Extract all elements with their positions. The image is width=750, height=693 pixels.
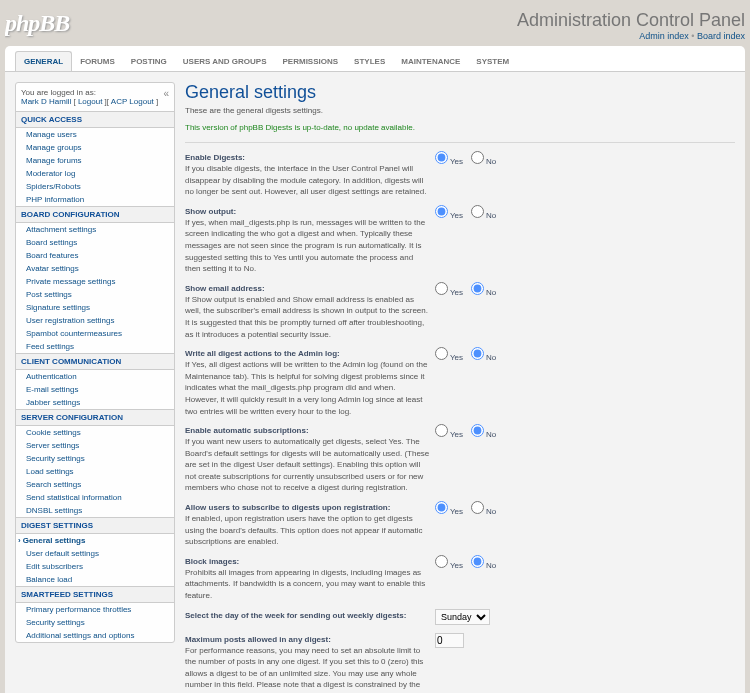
tab-users-and-groups[interactable]: USERS AND GROUPS bbox=[175, 52, 275, 71]
radio-no[interactable] bbox=[471, 424, 484, 437]
nav-item[interactable]: Authentication bbox=[16, 370, 174, 383]
setting-label: Block images: bbox=[185, 557, 239, 566]
setting-desc: For performance reasons, you may need to… bbox=[185, 646, 423, 693]
tab-general[interactable]: GENERAL bbox=[15, 51, 72, 71]
nav-item[interactable]: Search settings bbox=[16, 478, 174, 491]
setting-label: Maximum posts allowed in any digest: bbox=[185, 635, 331, 644]
nav-item[interactable]: Security settings bbox=[16, 452, 174, 465]
nav-item[interactable]: Avatar settings bbox=[16, 262, 174, 275]
update-status: This version of phpBB Digests is up-to-d… bbox=[185, 123, 735, 132]
nav-item[interactable]: User default settings bbox=[16, 547, 174, 560]
radio-yes[interactable] bbox=[435, 151, 448, 164]
day-select[interactable]: Sunday bbox=[435, 609, 490, 625]
radio-no[interactable] bbox=[471, 347, 484, 360]
text-input[interactable] bbox=[435, 633, 464, 648]
nav-item[interactable]: Moderator log bbox=[16, 167, 174, 180]
radio-yes[interactable] bbox=[435, 205, 448, 218]
setting-label: Show output: bbox=[185, 207, 236, 216]
nav-item[interactable]: Manage groups bbox=[16, 141, 174, 154]
setting-desc: If Show output is enabled and Show email… bbox=[185, 295, 428, 339]
nav-item[interactable]: Jabber settings bbox=[16, 396, 174, 409]
nav-item[interactable]: Security settings bbox=[16, 616, 174, 629]
nav-item[interactable]: Server settings bbox=[16, 439, 174, 452]
acp-logout-link[interactable]: ACP Logout bbox=[111, 97, 154, 106]
tab-maintenance[interactable]: MAINTENANCE bbox=[393, 52, 468, 71]
nav-item[interactable]: Balance load bbox=[16, 573, 174, 586]
nav-item[interactable]: User registration settings bbox=[16, 314, 174, 327]
setting-desc: If Yes, all digest actions will be writt… bbox=[185, 360, 427, 415]
sidebar-collapse-icon[interactable]: « bbox=[163, 88, 169, 99]
nav-item[interactable]: Primary performance throttles bbox=[16, 603, 174, 616]
setting-label: Enable Digests: bbox=[185, 153, 245, 162]
nav-item[interactable]: General settings bbox=[16, 534, 174, 547]
radio-no[interactable] bbox=[471, 282, 484, 295]
setting-desc: If yes, when mail_digests.php is run, me… bbox=[185, 218, 425, 273]
nav-item[interactable]: Attachment settings bbox=[16, 223, 174, 236]
nav-item[interactable]: PHP information bbox=[16, 193, 174, 206]
radio-yes[interactable] bbox=[435, 282, 448, 295]
logged-in-text: You are logged in as: bbox=[21, 88, 96, 97]
setting-desc: If you want new users to automatically g… bbox=[185, 437, 429, 492]
user-link[interactable]: Mark D Hamill bbox=[21, 97, 71, 106]
setting-desc: Prohibits all images from appearing in d… bbox=[185, 568, 425, 600]
board-index-link[interactable]: Board index bbox=[697, 31, 745, 41]
setting-label: Select the day of the week for sending o… bbox=[185, 611, 406, 620]
nav-item[interactable]: Cookie settings bbox=[16, 426, 174, 439]
nav-item[interactable]: Manage forums bbox=[16, 154, 174, 167]
page-header-title: Administration Control Panel bbox=[517, 10, 745, 31]
nav-item[interactable]: DNSBL settings bbox=[16, 504, 174, 517]
nav-item[interactable]: Board settings bbox=[16, 236, 174, 249]
nav-item[interactable]: Manage users bbox=[16, 128, 174, 141]
tab-system[interactable]: SYSTEM bbox=[468, 52, 517, 71]
setting-label: Show email address: bbox=[185, 284, 265, 293]
radio-no[interactable] bbox=[471, 205, 484, 218]
phpbb-logo: phpBB bbox=[5, 10, 69, 37]
nav-category: DIGEST SETTINGS bbox=[16, 517, 174, 534]
nav-item[interactable]: Spiders/Robots bbox=[16, 180, 174, 193]
setting-desc: If you disable digests, the interface in… bbox=[185, 164, 426, 196]
setting-label: Allow users to subscribe to digests upon… bbox=[185, 503, 390, 512]
nav-item[interactable]: Signature settings bbox=[16, 301, 174, 314]
nav-category: BOARD CONFIGURATION bbox=[16, 206, 174, 223]
tab-permissions[interactable]: PERMISSIONS bbox=[275, 52, 347, 71]
nav-item[interactable]: Load settings bbox=[16, 465, 174, 478]
radio-no[interactable] bbox=[471, 501, 484, 514]
nav-category: CLIENT COMMUNICATION bbox=[16, 353, 174, 370]
page-subtitle: These are the general digests settings. bbox=[185, 106, 735, 115]
radio-no[interactable] bbox=[471, 151, 484, 164]
nav-item[interactable]: Post settings bbox=[16, 288, 174, 301]
nav-item[interactable]: Send statistical information bbox=[16, 491, 174, 504]
radio-no[interactable] bbox=[471, 555, 484, 568]
tab-styles[interactable]: STYLES bbox=[346, 52, 393, 71]
tab-forums[interactable]: FORUMS bbox=[72, 52, 123, 71]
radio-yes[interactable] bbox=[435, 555, 448, 568]
main-tabs: GENERALFORUMSPOSTINGUSERS AND GROUPSPERM… bbox=[5, 46, 745, 71]
nav-item[interactable]: E-mail settings bbox=[16, 383, 174, 396]
nav-category: QUICK ACCESS bbox=[16, 111, 174, 128]
nav-item[interactable]: Private message settings bbox=[16, 275, 174, 288]
setting-label: Write all digest actions to the Admin lo… bbox=[185, 349, 340, 358]
nav-item[interactable]: Edit subscribers bbox=[16, 560, 174, 573]
nav-category: SERVER CONFIGURATION bbox=[16, 409, 174, 426]
nav-item[interactable]: Board features bbox=[16, 249, 174, 262]
page-title: General settings bbox=[185, 82, 735, 103]
radio-yes[interactable] bbox=[435, 424, 448, 437]
radio-yes[interactable] bbox=[435, 347, 448, 360]
radio-yes[interactable] bbox=[435, 501, 448, 514]
setting-label: Enable automatic subscriptions: bbox=[185, 426, 309, 435]
nav-item[interactable]: Feed settings bbox=[16, 340, 174, 353]
nav-item[interactable]: Spambot countermeasures bbox=[16, 327, 174, 340]
setting-desc: If enabled, upon registration users have… bbox=[185, 514, 423, 546]
admin-index-link[interactable]: Admin index bbox=[639, 31, 689, 41]
tab-posting[interactable]: POSTING bbox=[123, 52, 175, 71]
nav-item[interactable]: Additional settings and options bbox=[16, 629, 174, 642]
nav-category: SMARTFEED SETTINGS bbox=[16, 586, 174, 603]
logout-link[interactable]: Logout bbox=[78, 97, 102, 106]
